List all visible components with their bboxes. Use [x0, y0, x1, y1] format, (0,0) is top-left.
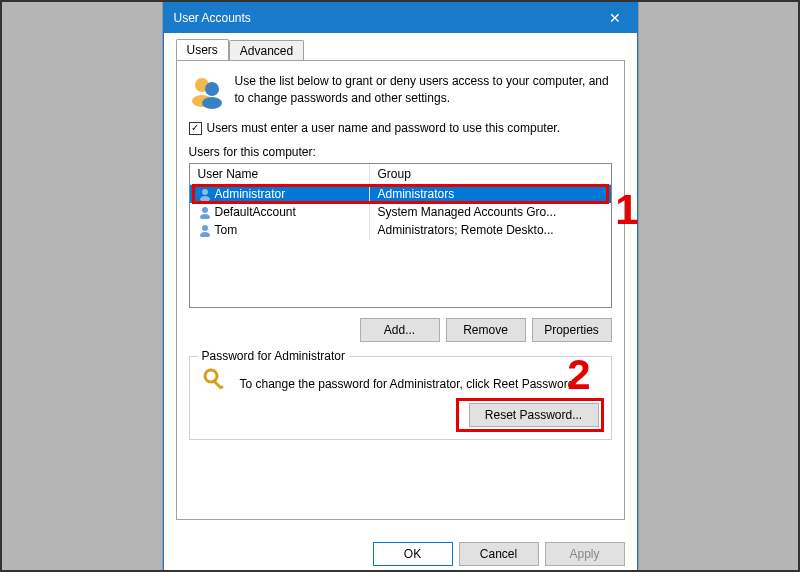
require-login-checkbox[interactable]: ✓ Users must enter a user name and passw… [189, 121, 612, 135]
svg-point-7 [200, 214, 210, 219]
svg-point-6 [202, 207, 208, 213]
dialog-content: Users Advanced Use the list below to gra… [164, 39, 637, 532]
cell-group: System Managed Accounts Gro... [370, 202, 611, 222]
tab-strip: Users Advanced [176, 39, 625, 60]
table-row[interactable]: Administrator Administrators [190, 185, 611, 203]
intro-row: Use the list below to grant or deny user… [189, 73, 612, 109]
tab-panel-users: Use the list below to grant or deny user… [176, 60, 625, 520]
cell-group: Administrators [370, 184, 611, 204]
user-icon [198, 205, 212, 219]
users-icon [189, 73, 225, 109]
svg-point-1 [205, 82, 219, 96]
tab-advanced[interactable]: Advanced [229, 40, 304, 61]
users-list-label: Users for this computer: [189, 145, 612, 159]
dialog-button-row: OK Cancel Apply [164, 532, 637, 572]
user-accounts-dialog: User Accounts ✕ Users Advanced Use the l… [163, 2, 638, 572]
cell-username: DefaultAccount [215, 205, 296, 219]
titlebar: User Accounts ✕ [164, 3, 637, 33]
password-fieldset: Password for Administrator To change the… [189, 356, 612, 440]
svg-point-12 [220, 386, 223, 389]
checkbox-label: Users must enter a user name and passwor… [207, 121, 561, 135]
svg-point-8 [202, 225, 208, 231]
close-icon[interactable]: ✕ [601, 10, 629, 26]
column-group[interactable]: Group [370, 164, 611, 184]
ok-button[interactable]: OK [373, 542, 453, 566]
window-title: User Accounts [174, 11, 251, 25]
password-text: To change the password for Administrator… [240, 367, 578, 395]
user-icon [198, 223, 212, 237]
list-button-row: Add... Remove Properties [189, 318, 612, 342]
users-list[interactable]: User Name Group Administrator Administra… [189, 163, 612, 308]
remove-button[interactable]: Remove [446, 318, 526, 342]
user-icon [198, 187, 212, 201]
cell-group: Administrators; Remote Deskto... [370, 220, 611, 240]
apply-button[interactable]: Apply [545, 542, 625, 566]
tab-users[interactable]: Users [176, 39, 229, 60]
cancel-button[interactable]: Cancel [459, 542, 539, 566]
intro-text: Use the list below to grant or deny user… [235, 73, 612, 109]
svg-point-9 [200, 232, 210, 237]
annotation-number-2: 2 [567, 351, 590, 399]
column-username[interactable]: User Name [190, 164, 370, 184]
table-row[interactable]: DefaultAccount System Managed Accounts G… [190, 203, 611, 221]
reset-password-button[interactable]: Reset Password... [469, 403, 599, 427]
table-row[interactable]: Tom Administrators; Remote Deskto... [190, 221, 611, 239]
svg-point-5 [200, 196, 210, 201]
key-icon [202, 367, 230, 395]
properties-button[interactable]: Properties [532, 318, 612, 342]
svg-point-3 [202, 97, 222, 109]
cell-username: Tom [215, 223, 238, 237]
annotation-number-1: 1 [615, 186, 638, 234]
svg-point-4 [202, 189, 208, 195]
svg-rect-11 [211, 379, 222, 390]
list-header: User Name Group [190, 164, 611, 185]
fieldset-legend: Password for Administrator [198, 349, 349, 363]
add-button[interactable]: Add... [360, 318, 440, 342]
cell-username: Administrator [215, 187, 286, 201]
checkbox-icon: ✓ [189, 122, 202, 135]
